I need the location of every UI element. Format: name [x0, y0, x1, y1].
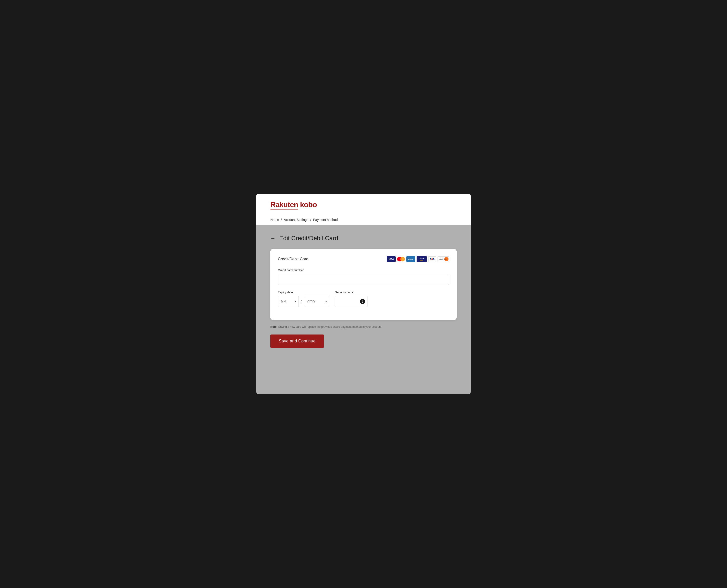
breadcrumb-sep-2: / [310, 218, 311, 222]
card-form-container: Credit/Debit Card VISA AMEX VISA DEBIT [270, 249, 457, 320]
breadcrumb-sep-1: / [281, 218, 282, 222]
expiry-group: MM ▾ / YYYY ▾ [278, 296, 329, 307]
expiry-label: Expiry date [278, 291, 329, 294]
credit-card-number-field: Credit card number [278, 268, 449, 285]
save-continue-button[interactable]: Save and Continue [270, 335, 324, 348]
visa-debit-icon: VISA DEBIT [417, 256, 427, 262]
page-title: Edit Credit/Debit Card [279, 235, 338, 242]
year-chevron-icon: ▾ [326, 300, 327, 303]
browser-window: Rakuten kobo Home / Account Settings / P… [256, 194, 471, 394]
visa-icon: VISA [387, 256, 396, 262]
year-placeholder: YYYY [307, 299, 315, 303]
amex-icon: AMEX [406, 256, 415, 262]
card-form-title: Credit/Debit Card [278, 257, 308, 261]
expiry-separator: / [300, 299, 302, 304]
card-icons: VISA AMEX VISA DEBIT JCB [387, 256, 449, 262]
month-chevron-icon: ▾ [295, 300, 296, 303]
security-code-label: Security code [335, 291, 368, 294]
expiry-security-row: Expiry date MM ▾ / YYYY ▾ [278, 291, 449, 313]
card-form-header: Credit/Debit Card VISA AMEX VISA DEBIT [278, 256, 449, 262]
back-arrow-icon[interactable]: ← [270, 235, 275, 241]
note-text: Note: Saving a new card will replace the… [270, 325, 457, 329]
credit-card-number-input[interactable] [278, 274, 449, 285]
breadcrumb-home[interactable]: Home [270, 218, 279, 222]
month-placeholder: MM [281, 299, 286, 303]
breadcrumb: Home / Account Settings / Payment Method [270, 214, 457, 225]
note-body: Saving a new card will replace the previ… [278, 325, 381, 329]
header: Rakuten kobo Home / Account Settings / P… [256, 194, 471, 225]
month-select[interactable]: MM ▾ [278, 296, 299, 307]
breadcrumb-account-settings[interactable]: Account Settings [284, 218, 308, 222]
logo: Rakuten kobo [270, 201, 457, 210]
jcb-icon: JCB [428, 256, 436, 262]
security-help-icon[interactable]: ? [360, 299, 365, 304]
page-header: ← Edit Credit/Debit Card [270, 235, 457, 242]
expiry-field: Expiry date MM ▾ / YYYY ▾ [278, 291, 329, 307]
security-input-wrapper: ? [335, 296, 368, 307]
year-select[interactable]: YYYY ▾ [304, 296, 329, 307]
credit-card-number-label: Credit card number [278, 268, 449, 272]
year-select-wrapper: YYYY ▾ [304, 296, 329, 307]
mastercard-icon [397, 256, 405, 262]
logo-underline [270, 210, 298, 210]
discover-icon: DISCOVER [438, 256, 449, 262]
security-code-field: Security code ? [335, 291, 368, 307]
main-content: ← Edit Credit/Debit Card Credit/Debit Ca… [256, 225, 471, 357]
logo-text[interactable]: Rakuten kobo [270, 201, 457, 209]
month-select-wrapper: MM ▾ [278, 296, 299, 307]
note-label: Note: [270, 325, 277, 329]
breadcrumb-current: Payment Method [313, 218, 338, 222]
